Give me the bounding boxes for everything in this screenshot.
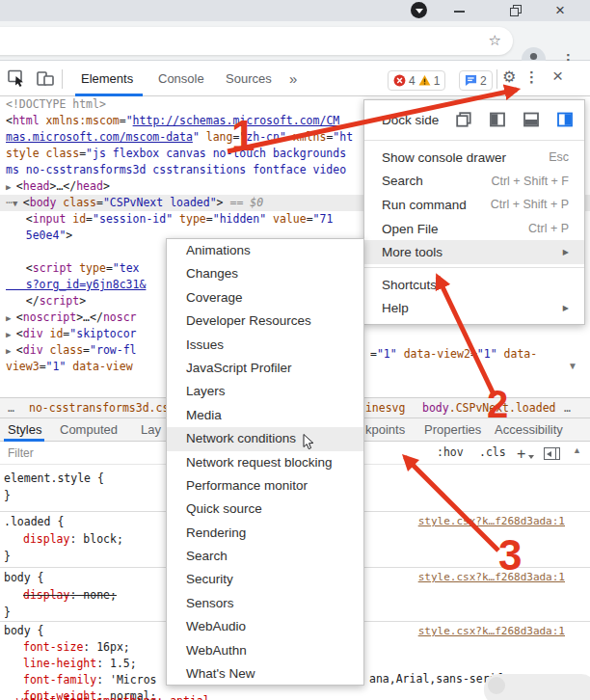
messages-badge-group[interactable]: 2 — [459, 70, 493, 91]
menu-item-quick-source[interactable]: Quick source — [167, 498, 363, 521]
menu-item-label: Changes — [186, 266, 238, 281]
menu-separator — [364, 140, 584, 141]
menu-item-label: Issues — [186, 337, 224, 352]
dock-right-icon-selected[interactable] — [557, 112, 573, 127]
tab-layout[interactable]: Lay — [141, 418, 161, 442]
devtools-close-icon[interactable]: × — [552, 66, 563, 87]
menu-item-more-tools[interactable]: More tools▶ — [364, 240, 584, 264]
menu-item-network-request-blocking[interactable]: Network request blocking — [167, 451, 363, 474]
code-segment: class — [43, 343, 84, 357]
menu-item-rendering[interactable]: Rendering — [167, 522, 363, 545]
breadcrumb-selected-crumb[interactable]: body.CSPvNext.loaded — [422, 398, 555, 417]
menu-item-label: WebAudio — [186, 619, 246, 633]
menu-item-show-console-drawer[interactable]: Show console drawerEsc — [364, 146, 584, 170]
stylesheet-link[interactable]: style.csx?k…f268d3ada:1 — [418, 515, 565, 527]
scroll-down-arrow-icon[interactable]: ▼ — [568, 361, 577, 371]
submenu-arrow-icon: ▶ — [563, 248, 569, 256]
breadcrumb-overflow-button[interactable]: … — [564, 398, 571, 417]
code-segment: "js flexbox canvas no-touch backgrounds — [86, 147, 346, 160]
code-segment: = — [470, 347, 477, 361]
minimize-button[interactable] — [454, 11, 465, 13]
styles-filter-input[interactable] — [8, 444, 172, 462]
menu-item-changes[interactable]: Changes — [167, 262, 363, 285]
new-style-rule-button[interactable]: + — [517, 443, 525, 466]
menu-item-layers[interactable]: Layers — [167, 380, 363, 403]
tab-dom-breakpoints[interactable]: kpoints — [365, 418, 405, 442]
hover-state-toggle[interactable]: :hov — [437, 442, 464, 465]
undock-icon[interactable] — [456, 112, 471, 127]
code-segment: s?org_id=y6jn8c31& — [6, 278, 146, 291]
menu-item-label: JavaScript Profiler — [186, 361, 292, 375]
breadcrumb-crumb[interactable]: linesvg — [359, 398, 405, 417]
code-segment: input — [33, 212, 67, 226]
menu-item-javascript-profiler[interactable]: JavaScript Profiler — [167, 357, 363, 380]
inspect-element-icon[interactable] — [7, 68, 26, 88]
stylesheet-link[interactable]: style.csx?k…f268d3ada:1 — [418, 625, 565, 637]
tab-console[interactable]: Console — [158, 61, 204, 96]
menu-item-search[interactable]: SearchCtrl + Shift + F — [364, 170, 584, 194]
tab-properties[interactable]: Properties — [424, 418, 481, 442]
code-segment: style class — [6, 147, 79, 160]
code-segment: http://schemas.microsoft.com/CM — [133, 114, 340, 127]
menu-item-animations[interactable]: Animations — [167, 239, 363, 262]
issues-badge-group[interactable]: 4 1 — [388, 70, 445, 91]
error-count: 4 — [409, 74, 416, 88]
watermark-logo — [488, 677, 505, 694]
crumb-tag: body — [422, 401, 449, 415]
menu-item-search[interactable]: Search — [167, 545, 363, 568]
menu-item-sensors[interactable]: Sensors — [167, 592, 363, 615]
menu-item-coverage[interactable]: Coverage — [167, 286, 363, 310]
code-segment: ▶ — [6, 182, 16, 192]
tab-accessibility[interactable]: Accessibility — [495, 418, 563, 442]
class-toggle[interactable]: .cls — [479, 442, 506, 465]
browser-toolbar: ☆ ⋮ — [0, 21, 590, 61]
menu-item-performance-monitor[interactable]: Performance monitor — [167, 474, 363, 498]
menu-item-label: WebAuthn — [186, 643, 247, 658]
breadcrumb-crumb[interactable]: no-csstransforms3d.csst — [29, 398, 182, 417]
code-segment: </ — [6, 294, 40, 308]
bookmark-star-icon[interactable]: ☆ — [489, 32, 501, 49]
device-toolbar-icon[interactable] — [36, 68, 55, 88]
gear-icon[interactable]: ⚙ — [502, 67, 516, 86]
code-segment: = — [83, 343, 90, 357]
menu-item-issues[interactable]: Issues — [167, 334, 363, 357]
menu-item-shortcuts[interactable]: Shortcuts — [364, 273, 584, 297]
code-segment: = — [307, 212, 313, 226]
tab-sources[interactable]: Sources — [226, 61, 272, 96]
menu-item-developer-resources[interactable]: Developer Resources — [167, 310, 363, 333]
close-window-button[interactable]: × — [555, 0, 565, 21]
menu-item-label: Network request blocking — [186, 455, 333, 470]
menu-item-what-s-new[interactable]: What's New — [167, 662, 363, 686]
code-segment: = — [106, 261, 113, 275]
menu-item-webauthn[interactable]: WebAuthn — [167, 639, 363, 662]
devtools-main-menu: Dock side Sh — [363, 99, 585, 325]
restore-button[interactable] — [510, 5, 522, 16]
menu-item-run-command[interactable]: Run commandCtrl + Shift + P — [364, 193, 584, 217]
breadcrumb-overflow-button[interactable]: … — [8, 398, 14, 417]
more-tabs-chevron[interactable]: » — [289, 61, 297, 96]
dock-bottom-icon[interactable] — [523, 112, 539, 127]
menu-item-security[interactable]: Security — [167, 568, 363, 591]
code-segment: < — [6, 212, 33, 226]
browser-window: × ☆ ⋮ Elements Console Sources » — [0, 0, 590, 700]
menu-item-open-file[interactable]: Open FileCtrl + P — [364, 217, 584, 241]
menu-item-help[interactable]: Help▶ — [364, 297, 584, 321]
paneicon-bar — [555, 448, 556, 459]
address-bar[interactable]: ☆ — [0, 27, 513, 55]
code-segment: = — [40, 360, 46, 373]
code-segment: > — [217, 196, 230, 209]
stylesheet-link[interactable]: style.csx?k…f268d3ada:1 — [418, 571, 565, 583]
code-segment: "71 — [313, 212, 334, 226]
tab-computed[interactable]: Computed — [60, 418, 118, 442]
scroll-up-arrow-icon[interactable]: ▲ — [573, 445, 581, 455]
menu-item-webaudio[interactable]: WebAudio — [167, 615, 363, 638]
menu-item-media[interactable]: Media — [167, 404, 363, 427]
code-segment: type — [173, 212, 206, 226]
tab-elements[interactable]: Elements — [81, 61, 133, 96]
code-segment: < — [16, 327, 23, 340]
toggle-sidebar-icon[interactable] — [544, 447, 560, 460]
dock-left-icon[interactable] — [490, 112, 505, 127]
devtools-kebab-menu-icon[interactable]: ⋮ — [524, 68, 539, 86]
media-control-icon[interactable] — [411, 2, 427, 18]
menu-item-network-conditions[interactable]: Network conditions — [167, 427, 363, 450]
